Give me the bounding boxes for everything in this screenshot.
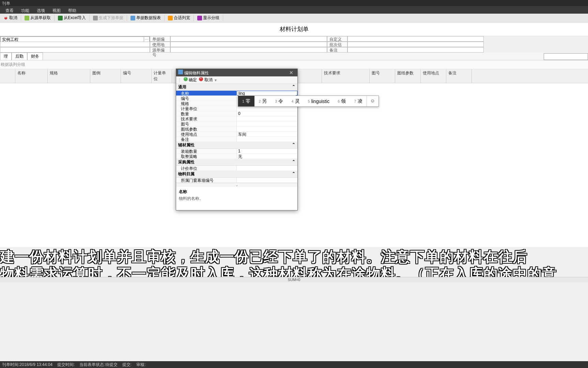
menu-item[interactable]: 选项 — [35, 7, 47, 13]
cancel-icon — [199, 77, 203, 81]
column-header[interactable] — [0, 69, 15, 83]
property-value[interactable] — [237, 116, 297, 121]
section-header[interactable]: 物料归属⌃ — [176, 171, 297, 178]
column-header[interactable]: 图例 — [90, 69, 121, 83]
dropdown-icon[interactable]: ▾ — [215, 78, 217, 83]
property-key: 取整策略 — [176, 154, 237, 159]
column-header[interactable]: 计量单位 — [152, 69, 172, 83]
property-value[interactable]: 0 — [237, 111, 297, 116]
group-button[interactable]: 显示分组 — [195, 14, 221, 21]
column-header[interactable]: 规格 — [48, 69, 90, 83]
excel-button[interactable]: 从Excel导入 — [56, 14, 88, 21]
property-value[interactable] — [237, 178, 297, 182]
main-toolbar: 取消从源单获取从Excel导入生成下游单据单据数据报表合适列宽显示分组 — [0, 14, 588, 23]
property-row[interactable]: 计价单位 — [176, 166, 297, 171]
property-row[interactable]: 图纸参数 — [176, 127, 297, 132]
property-row[interactable]: 取整策略无 — [176, 154, 297, 159]
dropdown-icon[interactable]: ⋯ — [144, 37, 149, 42]
cancel-button[interactable]: 取消 — [1, 14, 19, 21]
tab-财务[interactable]: 财务 — [27, 53, 43, 60]
width-button[interactable]: 合适列宽 — [166, 14, 192, 21]
field-label: 使用地点 — [150, 42, 170, 47]
cancel-icon — [3, 16, 8, 20]
property-row[interactable]: 使用地点车间 — [176, 132, 297, 137]
chevron-up-icon: ⌃ — [292, 171, 295, 177]
fromsrc-button[interactable]: 从源单获取 — [22, 14, 53, 21]
property-value[interactable]: 无 — [237, 154, 297, 159]
field-value[interactable] — [347, 47, 484, 53]
column-header[interactable]: 图号 — [370, 69, 395, 83]
chevron-up-icon: ⌃ — [292, 84, 295, 90]
field-value[interactable] — [170, 47, 327, 53]
dialog-toolbar: ⋮ 确定 取消 ▾ — [176, 76, 297, 84]
property-row[interactable]: 备注 — [176, 137, 297, 142]
report-button[interactable]: 单据数据报表 — [128, 14, 163, 21]
group-icon — [197, 16, 202, 20]
ime-candidate[interactable]: 7凌 — [350, 96, 366, 106]
menu-item[interactable]: 查看 — [3, 7, 16, 13]
field-value[interactable] — [347, 36, 484, 42]
menu-item[interactable]: 帮助 — [66, 7, 78, 13]
emoji-icon[interactable]: ☺ — [367, 96, 378, 106]
tab-理[interactable]: 理 — [0, 53, 12, 60]
property-row[interactable]: 名称 — [176, 91, 297, 96]
field-label: 批次信息 — [327, 42, 347, 47]
dialog-titlebar[interactable]: 编辑物料属性 ✕ — [176, 69, 297, 76]
section-header[interactable]: 采购属性⌃ — [176, 159, 297, 166]
property-value[interactable] — [237, 121, 297, 126]
column-header[interactable]: 备注 — [446, 69, 472, 83]
property-row[interactable]: 图号 — [176, 121, 297, 127]
src-icon — [25, 16, 29, 20]
ime-candidate[interactable]: 2另 — [254, 96, 271, 106]
section-header[interactable]: 辅材属性⌃ — [176, 142, 297, 149]
project-input[interactable] — [1, 37, 144, 42]
report-icon — [130, 16, 135, 20]
ime-candidate-bar[interactable]: 1零2另3令4灵5linguistic6领7凌☺ — [238, 95, 379, 107]
field-label: 备注 — [327, 47, 347, 53]
column-header[interactable]: 使用地点 — [421, 69, 446, 83]
section-header[interactable]: 通用⌃ — [176, 84, 297, 91]
property-row[interactable]: 所属门窗幕墙编号 — [176, 178, 297, 183]
property-value[interactable] — [237, 127, 297, 131]
property-value[interactable] — [237, 91, 297, 95]
collapse-handle[interactable]: ⌄ — [176, 183, 297, 187]
ime-candidate[interactable]: 4灵 — [287, 96, 304, 106]
menu-item[interactable]: 视图 — [50, 7, 63, 13]
ime-candidate[interactable]: 5linguistic — [304, 96, 334, 106]
width-icon — [168, 16, 173, 20]
column-header[interactable]: 技术要求 — [322, 69, 370, 83]
property-value[interactable] — [237, 137, 297, 142]
property-key: 所属门窗幕墙编号 — [176, 178, 237, 182]
ime-candidate[interactable]: 1零 — [238, 96, 254, 106]
menu-item[interactable]: 功能 — [19, 7, 31, 13]
column-header[interactable]: 名称 — [15, 69, 48, 83]
close-icon[interactable]: ✕ — [287, 70, 295, 75]
search-box[interactable] — [544, 53, 588, 60]
property-key: 技术要求 — [176, 116, 237, 121]
chevron-up-icon: ⌃ — [292, 159, 295, 165]
field-value[interactable] — [170, 36, 327, 42]
gen-icon — [93, 16, 98, 20]
property-row[interactable]: 装箱数量1 — [176, 149, 297, 154]
column-header[interactable]: 图纸参数 — [395, 69, 421, 83]
property-key: 图纸参数 — [176, 127, 237, 131]
tab-后勤[interactable]: 后勤 — [12, 53, 27, 60]
cancel-button[interactable]: 取消 — [199, 77, 212, 83]
property-key: 图号 — [176, 121, 237, 126]
chevron-up-icon: ⌃ — [292, 142, 295, 148]
property-value[interactable]: 1 — [237, 149, 297, 153]
ime-candidate[interactable]: 6领 — [334, 96, 350, 106]
property-value[interactable] — [237, 106, 297, 111]
property-row[interactable]: 数量0 — [176, 111, 297, 116]
column-header[interactable]: 编号 — [121, 69, 152, 83]
property-input[interactable] — [238, 91, 296, 96]
field-value[interactable] — [170, 42, 327, 47]
property-value[interactable] — [237, 166, 297, 171]
sum-bar: SUM=0 — [0, 277, 588, 282]
property-row[interactable]: 计量单位 — [176, 106, 297, 111]
ime-candidate[interactable]: 3令 — [271, 96, 287, 106]
property-value[interactable]: 车间 — [237, 132, 297, 136]
ok-button[interactable]: 确定 — [184, 77, 197, 83]
field-value[interactable] — [347, 42, 484, 47]
property-row[interactable]: 技术要求 — [176, 116, 297, 121]
